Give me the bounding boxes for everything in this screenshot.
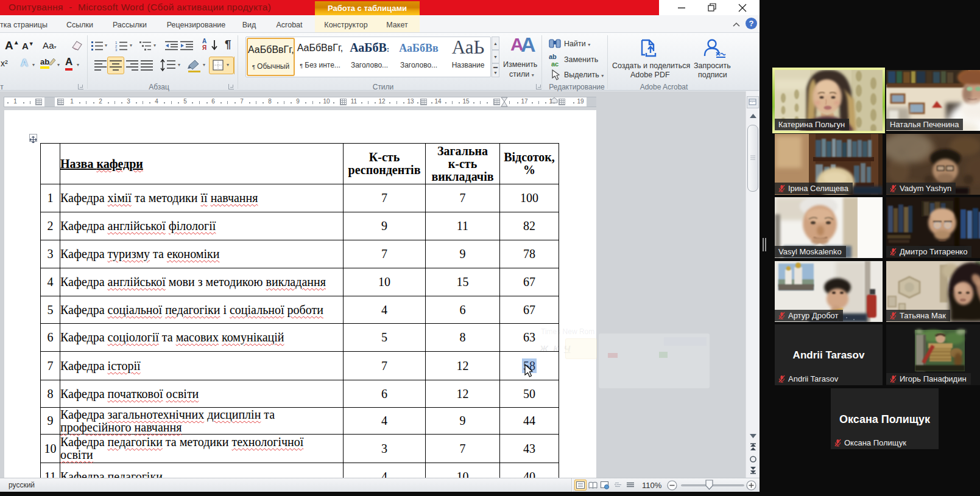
svg-text:3: 3 [115, 48, 118, 51]
